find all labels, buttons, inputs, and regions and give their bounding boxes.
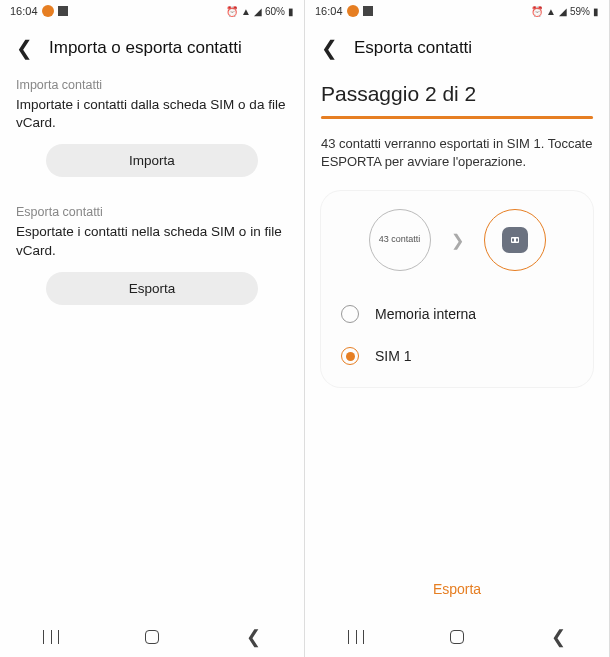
option-sim1[interactable]: SIM 1 (335, 335, 579, 377)
system-navbar: ❮ (305, 617, 609, 657)
status-bar: 16:04 ⏰ ▲ ◢ 59% ▮ (305, 0, 609, 22)
export-section-label: Esporta contatti (16, 205, 288, 219)
notification-icon (58, 6, 68, 16)
page-title: Importa o esporta contatti (49, 38, 242, 58)
import-button[interactable]: Importa (46, 144, 258, 177)
source-circle: 43 contatti (369, 209, 431, 271)
nav-back-icon[interactable]: ❮ (551, 626, 566, 648)
progress-bar (321, 116, 593, 119)
export-action-button[interactable]: Esporta (305, 569, 609, 609)
nav-home-icon[interactable] (450, 630, 464, 644)
signal-icon: ◢ (254, 6, 262, 17)
back-icon[interactable]: ❮ (321, 36, 338, 60)
nav-recent-icon[interactable] (348, 630, 364, 644)
app-header: ❮ Importa o esporta contatti (0, 22, 304, 78)
nav-home-icon[interactable] (145, 630, 159, 644)
status-bar: 16:04 ⏰ ▲ ◢ 60% ▮ (0, 0, 304, 22)
notification-dot-icon (347, 5, 359, 17)
screen-export-step2: 16:04 ⏰ ▲ ◢ 59% ▮ ❮ Esporta contatti Pas… (305, 0, 610, 657)
svg-rect-1 (512, 239, 514, 242)
radio-unchecked-icon (341, 305, 359, 323)
battery-percent: 60% (265, 6, 285, 17)
export-card: 43 contatti ❯ Memoria interna SIM 1 (321, 191, 593, 387)
back-icon[interactable]: ❮ (16, 36, 33, 60)
option-label: SIM 1 (375, 348, 412, 364)
arrow-right-icon: ❯ (451, 231, 464, 250)
notification-dot-icon (42, 5, 54, 17)
wifi-icon: ▲ (546, 6, 556, 17)
export-section-desc: Esportate i contatti nella scheda SIM o … (16, 223, 288, 259)
export-graphic: 43 contatti ❯ (335, 209, 579, 271)
battery-percent: 59% (570, 6, 590, 17)
alarm-icon: ⏰ (531, 6, 543, 17)
alarm-icon: ⏰ (226, 6, 238, 17)
screen-import-export: 16:04 ⏰ ▲ ◢ 60% ▮ ❮ Importa o esporta co… (0, 0, 305, 657)
option-internal-storage[interactable]: Memoria interna (335, 293, 579, 335)
sim-chip-icon (502, 227, 528, 253)
system-navbar: ❮ (0, 617, 304, 657)
import-section-label: Importa contatti (16, 78, 288, 92)
wifi-icon: ▲ (241, 6, 251, 17)
nav-recent-icon[interactable] (43, 630, 59, 644)
progress-fill (321, 116, 593, 119)
page-title: Esporta contatti (354, 38, 472, 58)
export-info-text: 43 contatti verranno esportati in SIM 1.… (321, 135, 593, 171)
destination-circle (484, 209, 546, 271)
notification-icon (363, 6, 373, 16)
import-section-desc: Importate i contatti dalla scheda SIM o … (16, 96, 288, 132)
option-label: Memoria interna (375, 306, 476, 322)
battery-icon: ▮ (593, 6, 599, 17)
export-button[interactable]: Esporta (46, 272, 258, 305)
step-title: Passaggio 2 di 2 (321, 78, 593, 116)
svg-rect-2 (516, 239, 518, 242)
battery-icon: ▮ (288, 6, 294, 17)
nav-back-icon[interactable]: ❮ (246, 626, 261, 648)
status-time: 16:04 (10, 5, 38, 17)
source-count-label: 43 contatti (379, 235, 421, 245)
radio-checked-icon (341, 347, 359, 365)
status-time: 16:04 (315, 5, 343, 17)
app-header: ❮ Esporta contatti (305, 22, 609, 78)
signal-icon: ◢ (559, 6, 567, 17)
